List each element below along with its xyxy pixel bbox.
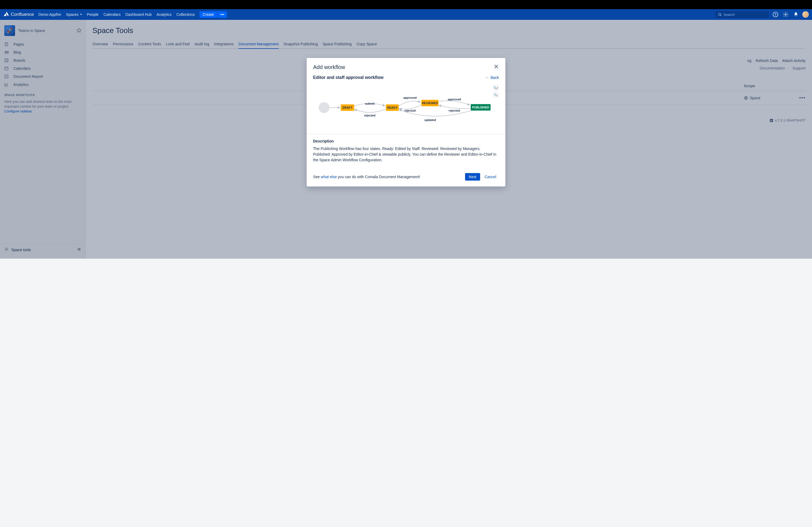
svg-point-20 [319, 102, 330, 113]
zoom-out-button[interactable]: 🔍- [493, 92, 499, 98]
add-workflow-modal: Add workflow Editor and staff approval w… [307, 58, 505, 186]
svg-text:READY: READY [387, 106, 398, 109]
svg-text:submit: submit [365, 102, 375, 105]
search-box[interactable] [715, 11, 769, 18]
user-avatar[interactable] [802, 11, 809, 18]
svg-text:rejected: rejected [449, 109, 460, 112]
nav-item-0[interactable]: Demo Appfire [36, 11, 64, 18]
ellipsis-icon: ••• [220, 12, 224, 17]
product-name: Confluence [11, 12, 34, 17]
zoom-in-button[interactable]: 🔍+ [493, 85, 499, 91]
svg-text:updated: updated [424, 118, 436, 122]
see-more-text: See what else you can do with Comala Doc… [313, 175, 420, 179]
search-input[interactable] [723, 13, 766, 17]
svg-text:rejected: rejected [404, 109, 416, 112]
svg-line-1 [721, 15, 722, 16]
help-icon: ? [772, 12, 779, 17]
product-logo[interactable]: Confluence [3, 11, 34, 18]
svg-text:?: ? [774, 13, 777, 17]
bell-icon [793, 12, 799, 17]
close-icon [494, 64, 499, 69]
notifications-button[interactable] [792, 11, 800, 18]
zoom-out-icon: 🔍- [494, 93, 498, 96]
svg-text:approved: approved [403, 96, 417, 99]
workflow-diagram: 🔍+ 🔍- DRAFT submit [307, 82, 505, 134]
nav-item-spaces[interactable]: Spaces [64, 11, 85, 18]
global-header: Confluence Demo Appfire Spaces People Ca… [0, 9, 812, 20]
modal-close-button[interactable] [494, 64, 499, 70]
svg-text:PUBLISHED: PUBLISHED [472, 106, 489, 109]
help-button[interactable]: ? [772, 11, 779, 18]
nav-item-3[interactable]: Calendars [101, 11, 123, 18]
next-button[interactable]: Next [465, 173, 480, 181]
modal-overlay[interactable]: Add workflow Editor and staff approval w… [0, 20, 812, 259]
settings-button[interactable] [782, 11, 789, 18]
workflow-svg: DRAFT submit rejected READY approved rej [313, 88, 499, 128]
what-else-link[interactable]: what else [321, 175, 337, 179]
create-more-button[interactable]: ••• [218, 11, 227, 18]
nav-item-6[interactable]: Collections [174, 11, 197, 18]
svg-text:approved: approved [448, 98, 461, 101]
svg-text:REVIEWED: REVIEWED [422, 102, 438, 105]
nav-item-4[interactable]: Dashboard Hub [123, 11, 154, 18]
cancel-button[interactable]: Cancel [482, 173, 499, 181]
modal-title: Add workflow [313, 64, 494, 70]
create-button[interactable]: Create [200, 11, 217, 18]
description-heading: Description [313, 139, 499, 143]
search-icon [718, 12, 722, 17]
modal-subtitle: Editor and staff approval workflow [313, 75, 485, 80]
svg-point-4 [785, 14, 786, 15]
modal-back-button[interactable]: ← Back [485, 75, 499, 80]
svg-point-0 [719, 13, 721, 16]
svg-text:rejected: rejected [364, 114, 375, 117]
description-text: The Publishing Workflow has four states.… [313, 146, 499, 163]
nav-item-5[interactable]: Analytics [154, 11, 174, 18]
arrow-left-icon: ← [485, 75, 489, 80]
svg-text:DRAFT: DRAFT [342, 106, 352, 109]
zoom-in-icon: 🔍+ [494, 86, 498, 89]
nav-item-2[interactable]: People [85, 11, 101, 18]
gear-icon [783, 12, 789, 17]
